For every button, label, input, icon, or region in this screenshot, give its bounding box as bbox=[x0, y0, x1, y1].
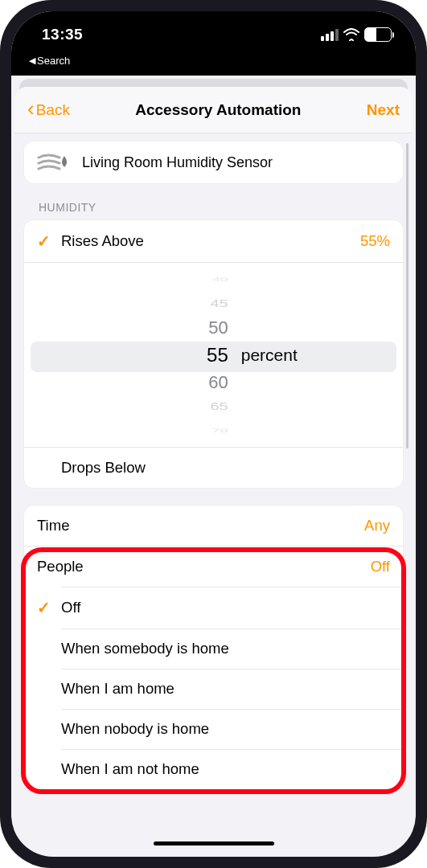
sensor-card[interactable]: Living Room Humidity Sensor bbox=[24, 141, 403, 183]
people-option-i-am-home[interactable]: When I am home bbox=[24, 669, 403, 709]
time-value: Any bbox=[364, 517, 390, 534]
picker-val-selected: 55 bbox=[207, 340, 228, 371]
home-indicator[interactable] bbox=[154, 841, 274, 845]
picker-val: 65 bbox=[211, 399, 228, 414]
battery-icon: 45 bbox=[364, 27, 392, 42]
picker-val: 45 bbox=[211, 297, 228, 311]
humidity-icon bbox=[37, 151, 71, 174]
time-row[interactable]: Time Any bbox=[24, 506, 403, 546]
back-app-label: Search bbox=[37, 55, 70, 67]
people-value: Off bbox=[371, 558, 390, 575]
dynamic-island bbox=[162, 29, 265, 58]
picker-numbers[interactable]: 40 45 50 55 60 65 70 bbox=[24, 263, 236, 447]
back-label: Back bbox=[36, 101, 70, 119]
rises-above-value: 55% bbox=[360, 232, 390, 250]
people-option-label: When I am home bbox=[61, 680, 390, 698]
cellular-icon bbox=[321, 29, 339, 41]
conditions-card: Time Any People Off ✓ Off When somebody … bbox=[24, 506, 403, 789]
humidity-picker[interactable]: 40 45 50 55 60 65 70 percent bbox=[24, 262, 403, 447]
next-button[interactable]: Next bbox=[367, 101, 400, 119]
time-label: Time bbox=[37, 517, 364, 534]
back-button[interactable]: ‹ Back bbox=[27, 101, 70, 119]
humidity-section-label: HUMIDITY bbox=[24, 201, 403, 220]
back-triangle-icon: ◀ bbox=[29, 55, 35, 66]
people-option-off[interactable]: ✓ Off bbox=[24, 587, 403, 628]
people-option-label: Off bbox=[61, 599, 390, 616]
check-icon: ✓ bbox=[37, 231, 61, 251]
scrollbar[interactable] bbox=[406, 143, 409, 448]
people-option-somebody-home[interactable]: When somebody is home bbox=[24, 628, 403, 669]
nav-bar: ‹ Back Accessory Automation Next bbox=[14, 87, 413, 133]
picker-val: 70 bbox=[212, 426, 228, 435]
back-to-app[interactable]: ◀ Search bbox=[29, 55, 70, 67]
phone-frame: 13:35 45 ◀ Search ‹ Back Accessory Autom… bbox=[0, 0, 427, 868]
sensor-name: Living Room Humidity Sensor bbox=[82, 154, 273, 171]
rises-above-label: Rises Above bbox=[61, 232, 360, 250]
page-title: Accessory Automation bbox=[135, 101, 301, 119]
people-option-i-not-home[interactable]: When I am not home bbox=[24, 749, 403, 789]
people-label: People bbox=[37, 558, 371, 575]
drops-below-row[interactable]: Drops Below bbox=[24, 447, 403, 488]
picker-unit: percent bbox=[236, 263, 403, 447]
humidity-card: ✓ Rises Above 55% 40 45 50 55 60 65 bbox=[24, 220, 403, 488]
modal-sheet: ‹ Back Accessory Automation Next bbox=[14, 87, 413, 854]
screen: 13:35 45 ◀ Search ‹ Back Accessory Autom… bbox=[11, 11, 416, 857]
wifi-icon bbox=[343, 28, 359, 41]
status-time: 13:35 bbox=[42, 26, 83, 43]
rises-above-row[interactable]: ✓ Rises Above 55% bbox=[24, 220, 403, 262]
drops-below-label: Drops Below bbox=[61, 459, 390, 477]
people-option-nobody-home[interactable]: When nobody is home bbox=[24, 709, 403, 749]
check-icon: ✓ bbox=[37, 598, 61, 617]
picker-val: 60 bbox=[208, 371, 228, 395]
people-option-label: When nobody is home bbox=[61, 720, 390, 738]
picker-val: 40 bbox=[212, 275, 228, 284]
people-row[interactable]: People Off bbox=[24, 546, 403, 587]
content: Living Room Humidity Sensor HUMIDITY ✓ R… bbox=[14, 133, 413, 854]
picker-val: 50 bbox=[208, 316, 228, 340]
people-option-label: When somebody is home bbox=[61, 640, 390, 657]
people-option-label: When I am not home bbox=[61, 760, 390, 778]
